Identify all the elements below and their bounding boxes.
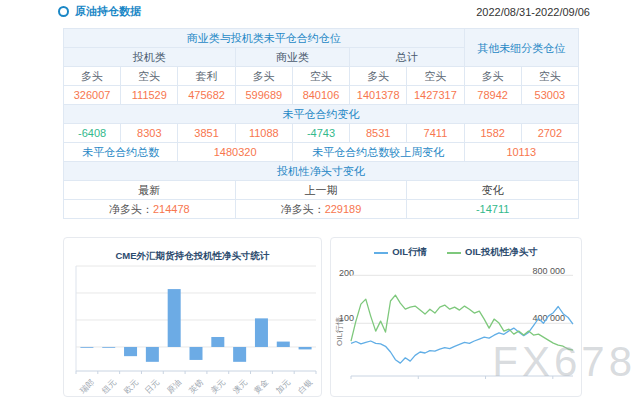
change-value: 8303 xyxy=(121,124,178,143)
position-value: 53003 xyxy=(521,86,578,105)
table-row: 商业类与投机类未平仓合约仓位 其他未细分类仓位 xyxy=(64,29,579,48)
subgroup-commercial: 商业类 xyxy=(235,48,349,67)
group-header-right: 其他未细分类仓位 xyxy=(464,29,578,67)
date-range: 2022/08/31-2022/09/06 xyxy=(476,6,590,18)
position-value: 111529 xyxy=(121,86,178,105)
group-header-left: 商业类与投机类未平仓合约仓位 xyxy=(64,29,465,48)
bar-chart-card: CME外汇期货持仓投机性净头寸统计 瑞郎纽元欧元日元原油英镑美元澳元黄金加元白银 xyxy=(63,237,322,397)
position-value: 78942 xyxy=(464,86,521,105)
net-header-change: 变化 xyxy=(407,181,579,200)
table-row: 多头 空头 套利 多头 空头 多头 空头 多头 空头 xyxy=(64,67,579,86)
fx678-watermark: FX678 xyxy=(492,338,636,386)
table-row: 最新 上一期 变化 xyxy=(64,181,579,200)
col-header: 空头 xyxy=(292,67,349,86)
change-value: 2702 xyxy=(521,124,578,143)
col-header: 多头 xyxy=(350,67,407,86)
weekly-change-label: 未平仓合约总数较上周变化 xyxy=(292,143,464,162)
change-section-header: 未平仓合约变化 xyxy=(64,105,579,124)
net-latest-label: 净多头： xyxy=(109,203,153,215)
net-position-section-header: 投机性净头寸变化 xyxy=(64,162,579,181)
position-value: 1427317 xyxy=(407,86,464,105)
table-row: 326007 111529 475682 599689 840106 14013… xyxy=(64,86,579,105)
position-value: 840106 xyxy=(292,86,349,105)
net-header-previous: 上一期 xyxy=(235,181,407,200)
subgroup-speculative: 投机类 xyxy=(64,48,236,67)
page-title: 原油持仓数据 xyxy=(75,4,141,19)
position-value: 475682 xyxy=(178,86,235,105)
col-header: 空头 xyxy=(521,67,578,86)
net-change-value: -14711 xyxy=(407,200,579,219)
change-value: 1582 xyxy=(464,124,521,143)
change-value: 3851 xyxy=(178,124,235,143)
net-header-latest: 最新 xyxy=(64,181,236,200)
col-header: 多头 xyxy=(235,67,292,86)
net-previous-value: 229189 xyxy=(325,203,362,215)
net-previous-label: 净多头： xyxy=(281,203,325,215)
position-value: 326007 xyxy=(64,86,121,105)
change-value: 7411 xyxy=(407,124,464,143)
col-header: 空头 xyxy=(407,67,464,86)
positions-table: 商业类与投机类未平仓合约仓位 其他未细分类仓位 投机类 商业类 总计 多头 空头… xyxy=(63,28,579,219)
position-value: 599689 xyxy=(235,86,292,105)
total-oi-label: 未平仓合约总数 xyxy=(64,143,178,162)
net-previous-cell: 净多头：229189 xyxy=(235,200,407,219)
change-value: 11088 xyxy=(235,124,292,143)
table-row: 投机性净头寸变化 xyxy=(64,162,579,181)
page: 原油持仓数据 2022/08/31-2022/09/06 商业类与投机类未平仓合… xyxy=(0,0,640,400)
table-row: -6408 8303 3851 11088 -4743 8531 7411 15… xyxy=(64,124,579,143)
position-value: 1401378 xyxy=(350,86,407,105)
col-header: 多头 xyxy=(64,67,121,86)
col-header: 空头 xyxy=(121,67,178,86)
subgroup-total: 总计 xyxy=(350,48,464,67)
table-row: 未平仓合约变化 xyxy=(64,105,579,124)
net-latest-value: 214478 xyxy=(153,203,190,215)
table-row: 未平仓合约总数 1480320 未平仓合约总数较上周变化 10113 xyxy=(64,143,579,162)
change-value: -6408 xyxy=(64,124,121,143)
change-value: -4743 xyxy=(292,124,349,143)
table-row: 净多头：214478 净多头：229189 -14711 xyxy=(64,200,579,219)
weekly-change-value: 10113 xyxy=(464,143,578,162)
bar-chart-svg xyxy=(64,238,319,394)
net-latest-cell: 净多头：214478 xyxy=(64,200,236,219)
col-header: 多头 xyxy=(464,67,521,86)
change-value: 8531 xyxy=(350,124,407,143)
bullet-circle-icon xyxy=(58,6,69,17)
col-header: 套利 xyxy=(178,67,235,86)
page-header: 原油持仓数据 xyxy=(58,4,141,19)
total-oi-value: 1480320 xyxy=(178,143,292,162)
